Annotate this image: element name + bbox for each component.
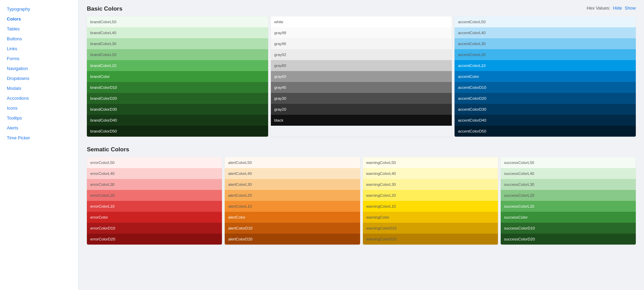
color-swatch: gray96 [271, 38, 452, 49]
sidebar-item-forms[interactable]: Forms [0, 54, 78, 64]
color-swatch: brandColorL50 [87, 16, 268, 27]
color-swatch: warningColorL50 [363, 157, 498, 168]
color-swatch: successColorD20 [501, 234, 636, 245]
color-swatch: brandColorD40 [87, 115, 268, 126]
color-swatch: white [271, 16, 452, 27]
color-swatch: accentColorL30 [455, 38, 636, 49]
color-swatch: gray45 [271, 82, 452, 93]
sidebar-item-dropdowns[interactable]: Dropdowns [0, 73, 78, 83]
color-column: whitegray98gray96gray92gray80gray60gray4… [271, 16, 452, 137]
color-swatch: gray20 [271, 104, 452, 115]
color-swatch: gray92 [271, 49, 452, 60]
color-swatch: gray98 [271, 27, 452, 38]
sidebar-item-accordions[interactable]: Accordions [0, 93, 78, 103]
color-swatch: gray30 [271, 93, 452, 104]
color-swatch: successColorL40 [501, 168, 636, 179]
color-swatch: warningColor [363, 212, 498, 223]
color-swatch: accentColorD20 [455, 93, 636, 104]
color-swatch: brandColorD50 [87, 126, 268, 137]
color-swatch: errorColorL10 [87, 201, 222, 212]
hex-label: Hex Values: [587, 5, 610, 11]
basic-colors-grid: brandColorL50brandColorL40brandColorL30b… [87, 16, 636, 137]
color-swatch: brandColorL10 [87, 60, 268, 71]
color-swatch: successColorL10 [501, 201, 636, 212]
sidebar-item-alerts[interactable]: Alerts [0, 123, 78, 133]
color-swatch: accentColorL50 [455, 16, 636, 27]
color-swatch: warningColorL20 [363, 190, 498, 201]
color-swatch: brandColorD10 [87, 82, 268, 93]
color-swatch: gray60 [271, 71, 452, 82]
semantic-colors-grid: errorColorL50errorColorL40errorColorL30e… [87, 157, 636, 245]
color-swatch: successColorL30 [501, 179, 636, 190]
color-swatch: alertColorL30 [225, 179, 360, 190]
color-swatch: errorColorD10 [87, 223, 222, 234]
sidebar-item-time-picker[interactable]: Time Picker [0, 133, 78, 143]
color-swatch: alertColorL50 [225, 157, 360, 168]
color-swatch: brandColorL30 [87, 38, 268, 49]
color-swatch: accentColorL10 [455, 60, 636, 71]
color-swatch: brandColorL40 [87, 27, 268, 38]
color-swatch: gray80 [271, 60, 452, 71]
color-swatch: alertColorL10 [225, 201, 360, 212]
sidebar-item-typography[interactable]: Typography [0, 4, 78, 14]
color-column: successColorL50successColorL40successCol… [501, 157, 636, 245]
color-column: accentColorL50accentColorL40accentColorL… [455, 16, 636, 137]
semantic-colors-section: Sematic Colors errorColorL50errorColorL4… [87, 146, 636, 245]
color-swatch: warningColorL30 [363, 179, 498, 190]
color-column: alertColorL50alertColorL40alertColorL30a… [225, 157, 360, 245]
color-swatch: errorColor [87, 212, 222, 223]
basic-colors-section: Basic Colors brandColorL50brandColorL40b… [87, 5, 636, 137]
sidebar-item-links[interactable]: Links [0, 44, 78, 54]
sidebar-item-colors[interactable]: Colors [0, 14, 78, 24]
color-swatch: errorColorL40 [87, 168, 222, 179]
sidebar: TypographyColorsTablesButtonsLinksFormsN… [0, 0, 79, 290]
color-swatch: successColorL20 [501, 190, 636, 201]
color-swatch: errorColorL30 [87, 179, 222, 190]
show-link[interactable]: Show [625, 5, 636, 11]
color-swatch: successColorD10 [501, 223, 636, 234]
color-swatch: brandColor [87, 71, 268, 82]
color-swatch: accentColorL40 [455, 27, 636, 38]
color-swatch: brandColorL20 [87, 49, 268, 60]
color-swatch: accentColorD10 [455, 82, 636, 93]
color-swatch: warningColorD10 [363, 223, 498, 234]
main-content: Hex Values: Hide Show Basic Colors brand… [79, 0, 644, 290]
color-swatch: errorColorL50 [87, 157, 222, 168]
basic-colors-title: Basic Colors [87, 5, 636, 12]
color-swatch: accentColorD50 [455, 126, 636, 137]
color-swatch: successColor [501, 212, 636, 223]
color-swatch: accentColorD40 [455, 115, 636, 126]
hide-link[interactable]: Hide [613, 5, 622, 11]
color-swatch: alertColorL40 [225, 168, 360, 179]
color-swatch: warningColorL10 [363, 201, 498, 212]
color-swatch: alertColorL20 [225, 190, 360, 201]
sidebar-item-tooltips[interactable]: Tooltips [0, 113, 78, 123]
color-swatch: alertColorD20 [225, 234, 360, 245]
color-swatch: brandColorD20 [87, 93, 268, 104]
color-swatch: black [271, 115, 452, 126]
sidebar-item-navigation[interactable]: Navigation [0, 64, 78, 73]
semantic-colors-title: Sematic Colors [87, 146, 636, 153]
color-column: errorColorL50errorColorL40errorColorL30e… [87, 157, 222, 245]
color-swatch: errorColorL20 [87, 190, 222, 201]
color-column: warningColorL50warningColorL40warningCol… [363, 157, 498, 245]
color-swatch: warningColorD20 [363, 234, 498, 245]
color-swatch: alertColorD10 [225, 223, 360, 234]
color-swatch: accentColorL20 [455, 49, 636, 60]
hex-toggle: Hex Values: Hide Show [587, 5, 636, 11]
color-swatch: accentColorD30 [455, 104, 636, 115]
color-swatch: brandColorD30 [87, 104, 268, 115]
color-swatch: errorColorD20 [87, 234, 222, 245]
sidebar-item-icons[interactable]: Icons [0, 103, 78, 113]
sidebar-item-tables[interactable]: Tables [0, 24, 78, 34]
sidebar-item-modals[interactable]: Modals [0, 83, 78, 93]
color-swatch: alertColor [225, 212, 360, 223]
sidebar-item-buttons[interactable]: Buttons [0, 34, 78, 44]
color-swatch: warningColorL40 [363, 168, 498, 179]
color-swatch: successColorL50 [501, 157, 636, 168]
color-swatch: accentColor [455, 71, 636, 82]
color-column: brandColorL50brandColorL40brandColorL30b… [87, 16, 268, 137]
